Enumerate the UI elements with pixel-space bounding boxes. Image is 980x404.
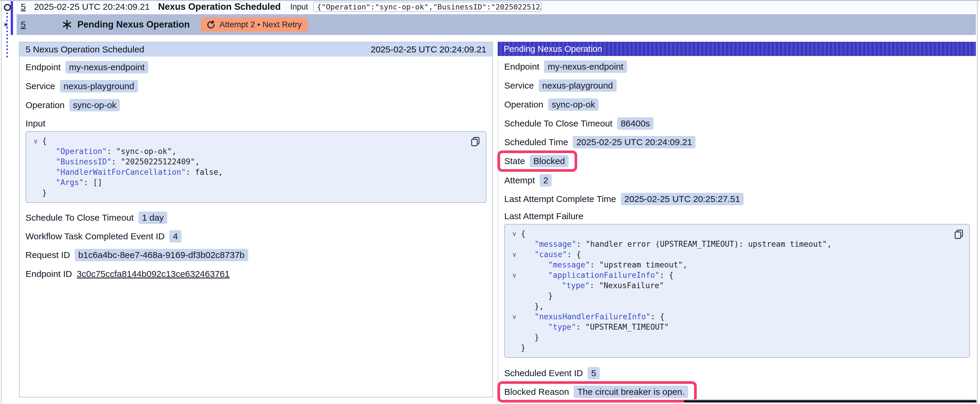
code-text: "applicationFailureInfo": { <box>521 270 674 280</box>
field-value-chip: my-nexus-endpoint <box>65 61 148 73</box>
page-left-border <box>1 0 2 404</box>
copy-icon[interactable] <box>953 229 964 240</box>
code-line: ∨"HandlerWaitForCancellation": false, <box>29 167 480 177</box>
code-line: ∨"Operation": "sync-op-ok", <box>29 146 480 157</box>
code-text: } <box>521 291 553 301</box>
input-section-label: Input <box>19 118 492 129</box>
code-text: "Args": [] <box>42 177 102 188</box>
collapse-chevron-icon[interactable]: ∨ <box>508 270 521 280</box>
code-line: ∨"Args": [] <box>29 177 480 188</box>
code-line: ∨"type": "NexusFailure" <box>508 280 963 291</box>
event-input-preview-chip[interactable]: {"Operation":"sync-op-ok","BusinessID":"… <box>313 2 542 12</box>
code-text: "message": "upstream timeout", <box>521 260 687 270</box>
event-id-link[interactable]: 5 <box>21 2 26 12</box>
pending-event-id-link[interactable]: 5 <box>21 19 26 30</box>
state-annotation-box: State Blocked <box>497 151 577 172</box>
field-value-chip: 1 day <box>138 211 167 224</box>
field-label: Endpoint <box>504 62 539 72</box>
event-name: Nexus Operation Scheduled <box>158 2 281 12</box>
collapse-chevron-icon[interactable]: ∨ <box>508 249 521 260</box>
field-value-chip: 86400s <box>617 117 654 130</box>
code-text: } <box>521 343 526 353</box>
code-line: ∨"cause": { <box>508 249 963 260</box>
field-row-request-id: Request ID b1c6a4bc-8ee7-468a-9169-df3b0… <box>19 249 492 261</box>
field-value-chip: nexus-playground <box>539 79 617 92</box>
field-row-schedule-to-close-timeout: Schedule To Close Timeout 1 day <box>19 211 492 224</box>
code-text: "BusinessID": "20250225122409", <box>42 157 200 167</box>
code-line: ∨} <box>29 188 480 198</box>
field-row-operation: Operation sync-op-ok <box>498 98 976 111</box>
timeline-dotted-connector <box>6 13 8 57</box>
field-label: State <box>504 156 525 166</box>
field-row-service: Service nexus-playground <box>498 79 976 92</box>
code-line: ∨} <box>508 343 963 353</box>
field-row-service: Service nexus-playground <box>19 80 492 93</box>
code-line: ∨} <box>508 332 963 343</box>
code-text: { <box>521 229 526 239</box>
event-history-detail-page: 5 2025-02-25 UTC 20:24:09.21 Nexus Opera… <box>0 0 980 404</box>
field-label: Request ID <box>25 250 70 260</box>
field-label: Scheduled Event ID <box>504 368 583 378</box>
field-value-chip: 2025-02-25 UTC 20:25:27.51 <box>621 193 744 205</box>
field-value-chip: my-nexus-endpoint <box>544 60 627 73</box>
event-row-nexus-operation-scheduled[interactable]: 5 2025-02-25 UTC 20:24:09.21 Nexus Opera… <box>17 1 976 13</box>
blocked-reason-annotation-box: Blocked Reason The circuit breaker is op… <box>497 381 697 402</box>
code-text: "Operation": "sync-op-ok", <box>42 146 177 157</box>
timeline-open-circle-icon[interactable] <box>4 4 11 11</box>
attempt-retry-badge-label: Attempt 2 • Next Retry <box>220 20 302 29</box>
code-line: ∨} <box>508 291 963 301</box>
code-text: "cause": { <box>521 249 581 260</box>
event-detail-panel-timestamp: 2025-02-25 UTC 20:24:09.21 <box>371 44 487 54</box>
code-text: { <box>42 136 47 146</box>
page-top-border <box>0 0 980 1</box>
event-detail-panel-header: 5 Nexus Operation Scheduled 2025-02-25 U… <box>19 42 492 57</box>
event-detail-panel-title: 5 Nexus Operation Scheduled <box>25 44 144 54</box>
field-label: Schedule To Close Timeout <box>25 213 134 223</box>
code-text: "HandlerWaitForCancellation": false, <box>42 167 223 177</box>
pending-operation-panel-header: Pending Nexus Operation <box>498 42 976 56</box>
field-value-chip: 5 <box>588 367 600 379</box>
event-detail-panel: 5 Nexus Operation Scheduled 2025-02-25 U… <box>19 42 493 398</box>
code-line: ∨"BusinessID": "20250225122409", <box>29 157 480 167</box>
endpoint-id-link[interactable]: 3c0c75ccfa8144b092c13ce632463761 <box>77 269 229 279</box>
field-row-scheduled-event-id: Scheduled Event ID 5 <box>498 367 976 380</box>
field-value-chip: sync-op-ok <box>548 98 599 111</box>
field-row-endpoint: Endpoint my-nexus-endpoint <box>19 61 492 74</box>
code-line: ∨"type": "UPSTREAM_TIMEOUT" <box>508 322 963 332</box>
timeline-selection-bar <box>11 1 13 35</box>
failure-section-label: Last Attempt Failure <box>498 211 976 222</box>
pending-nexus-operation-row[interactable]: 5 Pending Nexus Operation Attempt 2 • Ne… <box>17 14 976 35</box>
pending-operation-name: Pending Nexus Operation <box>77 19 190 30</box>
field-value-chip: nexus-playground <box>60 80 138 92</box>
collapse-chevron-icon[interactable]: ∨ <box>508 229 521 239</box>
collapse-chevron-icon[interactable]: ∨ <box>508 312 521 322</box>
field-value-chip: b1c6a4bc-8ee7-468a-9169-df3b02c8737b <box>75 249 248 261</box>
field-value-chip: 2 <box>539 174 552 187</box>
timeline-current-dot-icon[interactable] <box>3 22 8 27</box>
field-label: Scheduled Time <box>504 137 568 147</box>
failure-json-viewer: ∨{∨"message": "handler error (UPSTREAM_T… <box>504 224 970 358</box>
code-text: "type": "NexusFailure" <box>521 280 664 291</box>
field-label: Schedule To Close Timeout <box>504 119 612 128</box>
field-label: Endpoint <box>25 62 60 72</box>
field-label: Blocked Reason <box>504 387 569 397</box>
field-label: Operation <box>504 100 543 109</box>
field-row-last-attempt-complete-time: Last Attempt Complete Time 2025-02-25 UT… <box>498 193 976 206</box>
field-label: Attempt <box>504 175 535 185</box>
pending-operation-panel-body: Endpoint my-nexus-endpoint Service nexus… <box>498 60 976 404</box>
page-right-border <box>977 0 978 404</box>
field-row-endpoint: Endpoint my-nexus-endpoint <box>498 60 976 73</box>
field-row-operation: Operation sync-op-ok <box>19 99 492 112</box>
state-value-chip: Blocked <box>530 155 569 167</box>
field-label: Workflow Task Completed Event ID <box>25 231 165 241</box>
bottom-frame-dark-line <box>684 400 977 402</box>
collapse-chevron-icon[interactable]: ∨ <box>29 136 42 146</box>
field-value-chip: 4 <box>169 230 181 242</box>
code-text: "message": "handler error (UPSTREAM_TIME… <box>521 239 832 249</box>
copy-icon[interactable] <box>470 136 481 147</box>
field-row-endpoint-id: Endpoint ID 3c0c75ccfa8144b092c13ce63246… <box>19 268 492 280</box>
code-line: ∨"message": "handler error (UPSTREAM_TIM… <box>508 239 963 249</box>
code-line: ∨{ <box>508 229 963 239</box>
field-value-chip: 2025-02-25 UTC 20:24:09.21 <box>573 136 695 148</box>
field-row-blocked-reason: Blocked Reason The circuit breaker is op… <box>498 385 976 398</box>
